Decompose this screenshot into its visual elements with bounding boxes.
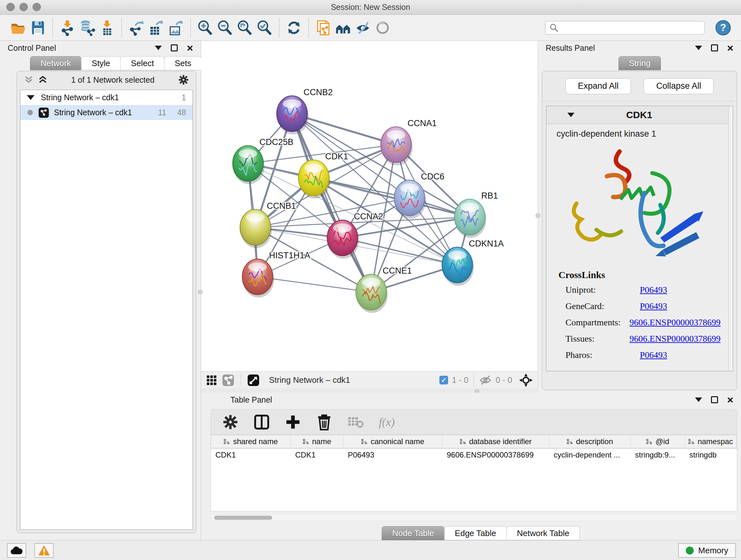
refresh-network-icon[interactable] [284, 18, 304, 38]
search-input[interactable] [545, 21, 704, 35]
network-node-CDC6[interactable]: CDC6 [394, 172, 445, 219]
fit-selection-icon[interactable] [519, 374, 533, 387]
hide-selected-icon[interactable] [353, 18, 373, 38]
panel-float-icon[interactable] [171, 44, 178, 51]
string-protein-query-icon[interactable] [333, 18, 353, 38]
tab-network[interactable]: Network [30, 56, 81, 70]
add-column-icon[interactable] [285, 414, 301, 430]
export-table-icon[interactable] [146, 18, 166, 38]
table-cell[interactable]: stringdb [685, 449, 737, 461]
zoom-fit-content-icon[interactable] [235, 18, 255, 38]
tab-edge-table[interactable]: Edge Table [444, 526, 507, 540]
crosslink-link[interactable]: P06493 [640, 301, 667, 311]
crosslink-link[interactable]: 9606.ENSP00000378699 [630, 334, 721, 344]
crosslink-link[interactable]: P06493 [640, 350, 667, 360]
crosslink-link[interactable]: P06493 [640, 285, 667, 295]
panel-close-icon[interactable]: × [187, 44, 193, 51]
network-node-CCNB2[interactable]: CCNB2 [277, 87, 333, 134]
network-edge[interactable] [292, 114, 371, 292]
table-cell[interactable]: cyclin-dependent ... [549, 449, 630, 461]
network-graph[interactable]: CCNB2CCNA1CDC25BCDK1CDC6RB1CCNB1CCNA2CDK… [201, 41, 538, 371]
network-row[interactable]: String Network – cdk1 1148 [20, 105, 192, 120]
network-node-CCNE1[interactable]: CCNE1 [356, 266, 412, 313]
network-collection-row[interactable]: String Network – cdk1 1 [20, 90, 192, 105]
open-session-icon[interactable] [8, 18, 28, 38]
export-image-icon[interactable] [166, 18, 186, 38]
panel-menu-icon[interactable] [155, 46, 162, 50]
table-h-scroll-thumb[interactable] [214, 516, 272, 520]
network-node-CCNA1[interactable]: CCNA1 [381, 118, 437, 165]
tab-node-table[interactable]: Node Table [382, 526, 445, 540]
warnings-button[interactable] [35, 543, 54, 558]
table-h-scrollbar[interactable] [211, 514, 737, 521]
import-network-from-file-icon[interactable] [57, 18, 77, 38]
network-edge[interactable] [314, 178, 470, 217]
window-close-button[interactable] [6, 3, 15, 11]
table-cell[interactable]: stringdb:9... [630, 449, 685, 461]
zoom-in-icon[interactable] [195, 18, 215, 38]
column-header-description[interactable]: description [549, 435, 630, 448]
network-node-CDC25B[interactable]: CDC25B [232, 137, 293, 184]
zoom-out-icon[interactable] [215, 18, 235, 38]
help-button[interactable]: ? [716, 20, 731, 36]
tab-network-table[interactable]: Network Table [507, 526, 580, 540]
panel-close-icon[interactable]: × [727, 44, 733, 51]
import-network-from-database-icon[interactable] [77, 18, 97, 38]
birds-eye-view-icon[interactable] [247, 374, 259, 386]
column-header-name[interactable]: name [291, 435, 343, 448]
clone-network-icon[interactable] [313, 18, 333, 38]
zoom-selected-icon[interactable] [255, 18, 274, 38]
selected-checkbox[interactable]: ✓ [440, 376, 448, 384]
tab-style[interactable]: Style [81, 56, 121, 70]
network-view-icon[interactable] [222, 374, 234, 386]
tab-string[interactable]: String [618, 56, 661, 70]
column-header-canonical-name[interactable]: canonical name [343, 435, 442, 448]
right-splitter-handle[interactable] [536, 213, 540, 218]
panel-close-icon[interactable]: × [727, 396, 733, 403]
table-cell[interactable]: CDK1 [211, 449, 291, 461]
column-header-namespac[interactable]: namespac [685, 435, 737, 448]
delete-column-icon[interactable] [316, 414, 332, 430]
table-cell[interactable]: 9606.ENSP00000378699 [442, 449, 549, 461]
import-table-from-file-icon[interactable] [97, 18, 117, 38]
network-node-RB1[interactable]: RB1 [455, 191, 498, 238]
expand-all-button[interactable]: Expand All [565, 78, 631, 94]
panel-float-icon[interactable] [711, 396, 718, 403]
panel-menu-icon[interactable] [695, 397, 702, 402]
memory-button[interactable]: Memory [678, 543, 736, 558]
expand-all-icon[interactable] [38, 76, 48, 84]
crosslink-link[interactable]: 9606.ENSP00000378699 [630, 317, 721, 327]
results-scrollbar[interactable] [729, 106, 733, 371]
network-node-CCNA2[interactable]: CCNA2 [327, 212, 383, 259]
panel-menu-icon[interactable] [695, 46, 702, 50]
network-edge[interactable] [258, 277, 371, 292]
node-details-header[interactable]: CDK1 [546, 106, 733, 124]
network-node-CDKN1A[interactable]: CDKN1A [442, 239, 504, 286]
tab-select[interactable]: Select [120, 56, 164, 70]
collection-expander-icon[interactable] [27, 95, 35, 100]
table-settings-gear-icon[interactable] [222, 414, 239, 430]
network-edge[interactable] [342, 238, 457, 265]
collapse-all-button[interactable]: Collapse All [644, 78, 714, 94]
column-header-database-identifier[interactable]: database identifier [442, 435, 549, 448]
table-row[interactable]: CDK1CDK1P064939606.ENSP00000378699cyclin… [211, 449, 737, 461]
table-cell[interactable]: CDK1 [291, 449, 343, 461]
panel-float-icon[interactable] [711, 44, 718, 51]
network-canvas[interactable]: CCNB2CCNA1CDC25BCDK1CDC6RB1CCNB1CCNA2CDK… [201, 41, 538, 371]
network-node-CDK1[interactable]: CDK1 [298, 152, 348, 199]
tab-sets[interactable]: Sets [164, 56, 202, 70]
table-cell[interactable]: P06493 [343, 449, 442, 461]
gear-icon[interactable] [178, 74, 189, 85]
hidden-eye-icon[interactable] [479, 375, 492, 386]
window-maximize-button[interactable] [32, 3, 41, 11]
window-minimize-button[interactable] [19, 3, 28, 11]
left-splitter-handle[interactable] [198, 290, 203, 294]
show-columns-icon[interactable] [254, 414, 270, 430]
column-header-shared-name[interactable]: shared name [211, 435, 291, 448]
network-node-HIST1H1A[interactable]: HIST1H1A [242, 251, 310, 298]
grid-view-icon[interactable] [206, 375, 217, 386]
column-header--id[interactable]: @id [630, 435, 685, 448]
collapse-all-icon[interactable] [24, 76, 33, 84]
export-network-icon[interactable] [126, 18, 146, 38]
section-expander-icon[interactable] [567, 113, 575, 117]
